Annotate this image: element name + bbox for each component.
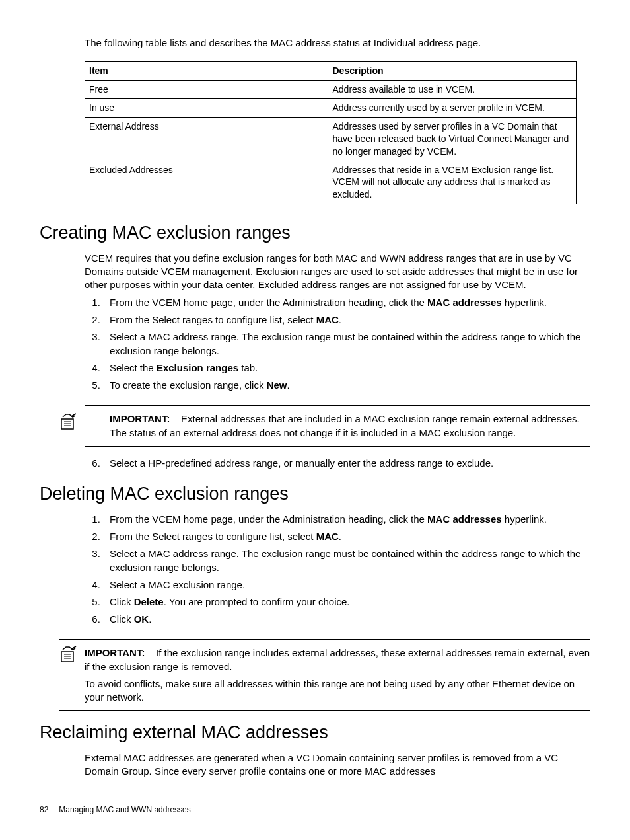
list-item: Select a MAC exclusion range. <box>103 578 590 592</box>
list-item: Select the Exclusion ranges tab. <box>103 361 590 375</box>
list-item: Select a HP-predefined address range, or… <box>103 456 590 470</box>
section-heading-reclaiming: Reclaiming external MAC addresses <box>40 720 590 744</box>
important-icon <box>59 645 78 664</box>
table-row: Excluded Addresses Addresses that reside… <box>85 161 577 204</box>
table-header-description: Description <box>328 62 577 81</box>
section3-paragraph: External MAC addresses are generated whe… <box>85 751 590 779</box>
list-item: Select a MAC address range. The exclusio… <box>103 547 590 574</box>
intro-text: The following table lists and describes … <box>85 36 590 50</box>
table-cell-desc: Address available to use in VCEM. <box>328 81 577 99</box>
important-note-creating: IMPORTANT: External addresses that are i… <box>85 405 590 447</box>
list-item: To create the exclusion range, click New… <box>103 378 590 392</box>
section-heading-deleting: Deleting MAC exclusion ranges <box>40 482 590 506</box>
list-item: From the VCEM home page, under the Admin… <box>103 512 590 526</box>
table-row: External Address Addresses used by serve… <box>85 117 577 161</box>
note-text: To avoid conflicts, make sure all addres… <box>85 677 590 705</box>
important-icon <box>59 412 78 431</box>
table-row: Free Address available to use in VCEM. <box>85 81 577 99</box>
table-header-item: Item <box>85 62 328 81</box>
list-item: From the VCEM home page, under the Admin… <box>103 295 590 309</box>
footer-chapter: Managing MAC and WWN addresses <box>59 805 190 814</box>
table-cell-desc: Addresses used by server profiles in a V… <box>328 117 577 161</box>
table-cell-item: In use <box>85 99 328 118</box>
list-item: Click Delete. You are prompted to confir… <box>103 595 590 609</box>
note-text: IMPORTANT: If the exclusion range includ… <box>85 646 590 673</box>
table-row: In use Address currently used by a serve… <box>85 99 577 118</box>
list-item: Click OK. <box>103 612 590 626</box>
table-cell-item: Free <box>85 81 328 99</box>
list-item: From the Select ranges to configure list… <box>103 529 590 543</box>
status-table: Item Description Free Address available … <box>85 61 577 204</box>
section-heading-creating: Creating MAC exclusion ranges <box>40 221 590 245</box>
page-footer: 82Managing MAC and WWN addresses <box>40 804 590 815</box>
table-cell-desc: Address currently used by a server profi… <box>328 99 577 118</box>
section2-steps: From the VCEM home page, under the Admin… <box>85 512 590 626</box>
page-number: 82 <box>40 804 48 815</box>
table-cell-desc: Addresses that reside in a VCEM Exclusio… <box>328 161 577 204</box>
list-item: Select a MAC address range. The exclusio… <box>103 330 590 358</box>
section1-paragraph: VCEM requires that you define exclusion … <box>85 252 590 292</box>
table-cell-item: External Address <box>85 117 328 161</box>
important-note-deleting: IMPORTANT: If the exclusion range includ… <box>59 639 590 711</box>
section1-steps-continued: Select a HP-predefined address range, or… <box>85 456 590 470</box>
list-item: From the Select ranges to configure list… <box>103 313 590 326</box>
note-text: IMPORTANT: External addresses that are i… <box>110 412 590 439</box>
section1-steps: From the VCEM home page, under the Admin… <box>85 295 590 392</box>
table-cell-item: Excluded Addresses <box>85 161 328 204</box>
